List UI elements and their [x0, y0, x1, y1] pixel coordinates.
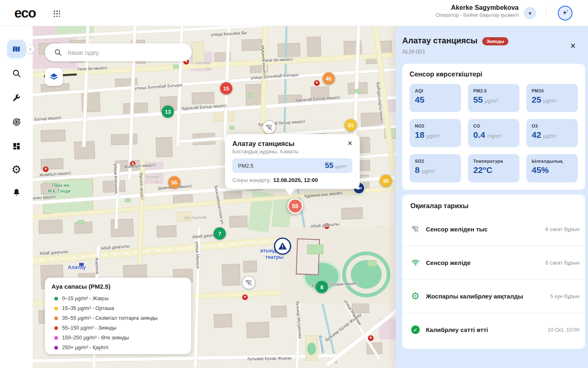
legend-item: 150–250 µg/m³ - Өте зиянды: [51, 333, 185, 343]
map-icon: [11, 44, 21, 54]
station-code: ALM-001: [402, 48, 585, 55]
event-row: ⚙ ✓ Жоспарлы калибрлеу аяқталды 5 күн бұ…: [402, 279, 585, 313]
sensor-tile: SO2 8µg/m³: [410, 154, 461, 182]
event-row: ⚙ ✓ Сенсор желіден тыс 6 сағат бұрын: [402, 212, 585, 246]
sidebar-expand-button[interactable]: ›: [26, 45, 35, 54]
legend-item: 250+ µg/m³ - Қауіпті: [51, 343, 185, 352]
aqi-marker[interactable]: 30: [380, 175, 392, 187]
event-row: ⚙ ✓ Сенсор желіде 8 сағат бұрын: [402, 246, 585, 279]
station-details-panel: × Алатау станциясы Зиянды ALM-001 Сенсор…: [396, 26, 588, 368]
search-icon: [54, 48, 62, 56]
sidebar-item-map[interactable]: [7, 40, 26, 58]
sensor-tile: CO 0.4mg/m³: [468, 119, 519, 147]
layers-icon: [49, 72, 59, 82]
search-input[interactable]: [68, 49, 192, 56]
street-label: Есентай: [318, 335, 326, 354]
sidebar-item-targets[interactable]: [7, 112, 26, 131]
target-icon: [12, 117, 21, 127]
sensor-tile: O3 42µg/m³: [526, 119, 578, 147]
sensor-tile: Температура 22°C: [468, 154, 519, 182]
eco-logo[interactable]: eco: [14, 5, 36, 21]
sensor-tile: NO2 18µg/m³: [410, 119, 461, 147]
user-name: Akerke Sagymbekova: [436, 4, 519, 11]
popup-subtitle: Бостандық ауданы, Алматы: [232, 149, 352, 155]
user-menu-button[interactable]: ▾: [524, 7, 536, 19]
popup-close-icon[interactable]: ×: [347, 139, 352, 147]
alert-icon[interactable]: [274, 238, 291, 255]
left-sidebar: ⚙: [0, 26, 33, 368]
sidebar-item-dashboard[interactable]: [7, 137, 26, 155]
chevron-right-icon: ›: [29, 46, 31, 52]
panel-title: Алатау станциясы: [402, 36, 477, 45]
sparkles-icon: [561, 9, 570, 18]
legend-dot: [54, 297, 58, 301]
aqi-marker[interactable]: 7: [214, 227, 226, 240]
legend-item: 55–150 µg/m³ - Зиянды: [51, 323, 185, 333]
aqi-marker[interactable]: 55: [287, 198, 303, 214]
wifi-off-icon[interactable]: [262, 120, 276, 134]
aqi-marker[interactable]: 15: [220, 82, 232, 94]
legend-title: Ауа сапасы (PM2.5): [51, 283, 185, 290]
user-info: Akerke Sagymbekova Оператор · Бейне бақы…: [436, 4, 519, 18]
air-quality-legend: Ауа сапасы (PM2.5) 0–15 µg/m³ - Жақсы 15…: [45, 278, 191, 354]
sensor-tile: PM10 25µg/m³: [526, 84, 578, 112]
status-badge: Зиянды: [482, 37, 508, 45]
cinema-poi: [79, 263, 84, 267]
gear-icon: ⚙ ✓: [410, 292, 420, 301]
legend-dot: [54, 336, 58, 340]
popup-updated: Соңғы жаңарту:12.08.2025, 12:00: [232, 177, 352, 183]
events-card: Оқиғалар тарихы: [402, 195, 585, 349]
sidebar-item-search[interactable]: [7, 64, 26, 83]
aqi-marker[interactable]: 31: [345, 119, 357, 131]
theater-building: [296, 238, 320, 275]
stadium-ring: [342, 251, 390, 297]
event-row: ⚙ ✓ Калибрлеу сәтті өтті 10 Oct, 10:00: [402, 313, 585, 346]
assistant-button[interactable]: [558, 6, 572, 20]
legend-list: 0–15 µg/m³ - Жақсы 15–35 µg/m³ - Орташа …: [51, 294, 185, 352]
events-list: ⚙ ✓ Сенсор желіден тыс 6 сағат бұрын: [402, 212, 585, 346]
sensors-grid: AQI 45 PM2.5 55µg/m³ PM10 25µg/m³ NO2 18…: [410, 84, 578, 182]
panel-close-icon[interactable]: ×: [570, 42, 576, 50]
station-popup: Алатау станциясы × Бостандық ауданы, Алм…: [225, 134, 360, 189]
popup-metric-label: PM2.5: [238, 163, 325, 169]
sensors-title: Сенсор көрсеткіштері: [410, 70, 578, 78]
popup-metric-row: PM2.5 55µg/m³: [232, 158, 352, 173]
user-role: Оператор · Бейне бақылау қызметі: [436, 12, 519, 18]
sidebar-item-tools[interactable]: [7, 88, 26, 107]
sensor-tile: PM2.5 55µg/m³: [468, 84, 519, 112]
wifi-off-icon[interactable]: [242, 276, 256, 289]
dashboard-icon: [12, 142, 21, 150]
wifi-icon: ⚙ ✓: [410, 258, 420, 268]
aqi-marker[interactable]: 8: [316, 281, 328, 293]
sensor-tile: Ылғалдылық 45%: [526, 154, 578, 182]
aqi-marker[interactable]: 55: [168, 176, 180, 188]
legend-dot: [54, 346, 58, 350]
legend-dot: [54, 307, 58, 310]
legend-item: 35–55 µg/m³ - Сезімтал топтарға зиянды: [51, 313, 185, 323]
wrench-icon: [12, 93, 21, 102]
sensors-card: Сенсор көрсеткіштері AQI 45 PM2.5 55µg/m…: [402, 64, 585, 190]
legend-item: 0–15 µg/m³ - Жақсы: [51, 294, 185, 303]
gear-icon: ⚙: [11, 164, 21, 175]
top-header: eco Akerke Sagymbekova Оператор · Бейне …: [0, 0, 588, 26]
search-icon: [12, 69, 21, 78]
legend-item: 15–35 µg/m³ - Орташа: [51, 303, 185, 313]
bell-icon: [12, 188, 21, 197]
popup-metric-value: 55µg/m³: [325, 161, 347, 170]
layers-button[interactable]: [45, 68, 63, 86]
legend-dot: [54, 326, 58, 330]
sidebar-item-notifications[interactable]: [7, 183, 26, 202]
chevron-down-icon: ▾: [529, 10, 532, 16]
wifi-off-icon: ⚙ ✓: [410, 224, 420, 234]
app-grid-icon[interactable]: [53, 10, 60, 17]
header-divider: [546, 7, 546, 19]
map-search: [45, 43, 192, 61]
aqi-marker[interactable]: 13: [162, 105, 174, 118]
sidebar-item-settings[interactable]: ⚙: [7, 160, 26, 179]
check-icon: ⚙ ✓: [410, 325, 420, 335]
events-title: Оқиғалар тарихы: [402, 202, 585, 210]
legend-dot: [54, 316, 58, 320]
sensor-tile: AQI 45: [410, 84, 461, 112]
popup-title: Алатау станциясы: [232, 140, 347, 148]
aqi-marker[interactable]: 45: [323, 72, 335, 85]
